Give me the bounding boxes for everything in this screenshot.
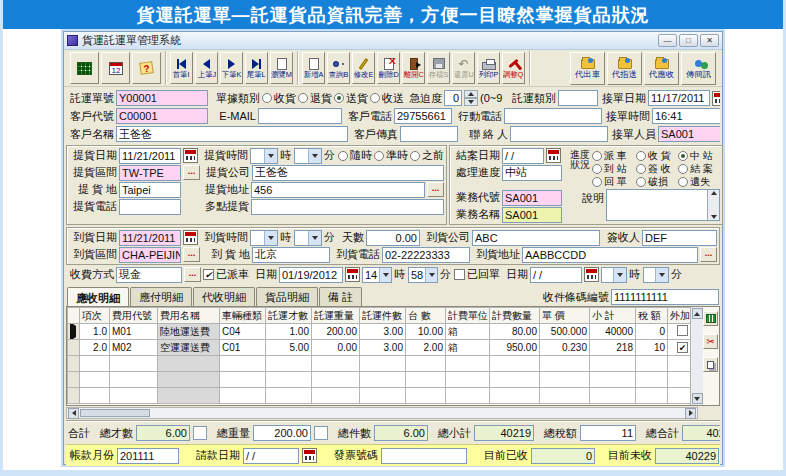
status-returned[interactable]: 回 單 bbox=[592, 175, 636, 189]
pickup-address-field[interactable]: 456 bbox=[251, 182, 425, 198]
delivery-date-calendar-icon[interactable] bbox=[183, 230, 198, 245]
delivery-minute-select[interactable] bbox=[294, 230, 322, 246]
agent-receivable-button[interactable]: 代應收 bbox=[644, 52, 679, 85]
returned-checkbox[interactable]: 已回單 bbox=[454, 267, 500, 282]
charge-method-lookup-button[interactable]: ... bbox=[184, 267, 201, 282]
status-damaged[interactable]: 破損 bbox=[636, 175, 678, 189]
mobile-field[interactable] bbox=[504, 108, 602, 124]
delivery-zone-lookup-button[interactable]: ... bbox=[183, 247, 200, 262]
delivery-company-field[interactable]: ABC bbox=[472, 230, 600, 246]
last-record-button[interactable]: 尾筆L bbox=[245, 52, 268, 84]
billing-month-field[interactable]: 201111 bbox=[117, 448, 179, 464]
next-record-button[interactable]: 下筆K bbox=[220, 52, 243, 84]
send-sms-button[interactable]: 傳簡訊 bbox=[681, 52, 716, 85]
doc-type-option-both[interactable]: 收送 bbox=[370, 91, 404, 106]
receive-time-field[interactable]: 16:41 bbox=[652, 108, 720, 124]
request-date-field[interactable]: / / bbox=[243, 448, 299, 464]
delivery-zone-field[interactable]: CHA-PEIJIN bbox=[119, 247, 181, 263]
status-pickup[interactable]: 收 貨 bbox=[636, 149, 678, 163]
receive-date-calendar-icon[interactable] bbox=[712, 91, 720, 106]
tab-remark[interactable]: 備 註 bbox=[319, 287, 362, 306]
returned-date-field[interactable]: / / bbox=[530, 267, 582, 283]
cust-code-field[interactable]: C00001 bbox=[116, 108, 208, 124]
delivery-phone-field[interactable]: 02-22223333 bbox=[382, 247, 470, 263]
close-date-field[interactable]: / / bbox=[502, 148, 544, 164]
status-midstation[interactable]: 中 站 bbox=[678, 149, 720, 163]
receive-date-field[interactable]: 11/17/2011 bbox=[648, 90, 710, 106]
delivery-place-field[interactable]: 北京 bbox=[252, 247, 330, 263]
stage-field[interactable]: 中站 bbox=[502, 165, 562, 181]
table-row[interactable]: 1.0M01 陸地運送費C04 1.00200.00 3.0010.00 箱80… bbox=[68, 324, 698, 340]
invoice-field[interactable] bbox=[381, 448, 467, 464]
scroll-thumb[interactable] bbox=[80, 409, 150, 417]
grid-calc-button[interactable] bbox=[703, 311, 718, 326]
urgency-spinner[interactable] bbox=[464, 90, 478, 106]
days-field[interactable]: 0.00 bbox=[366, 230, 420, 246]
pickup-date-calendar-icon[interactable] bbox=[183, 148, 198, 163]
pickup-zone-field[interactable]: TW-TPE bbox=[119, 165, 181, 181]
close-button[interactable]: ✕ bbox=[700, 34, 719, 47]
status-arrive[interactable]: 到 站 bbox=[592, 162, 636, 176]
pickup-hour-select[interactable] bbox=[250, 148, 278, 164]
scroll-right-icon[interactable] bbox=[685, 408, 696, 419]
returned-date-calendar-icon[interactable] bbox=[584, 267, 599, 282]
close-date-calendar-icon[interactable] bbox=[546, 148, 561, 163]
query-button[interactable]: 查詢B bbox=[327, 52, 350, 84]
ship-type-field[interactable] bbox=[558, 90, 598, 106]
adjust-button[interactable]: 調整Q bbox=[502, 52, 525, 84]
delivery-address-field[interactable]: AABBCCDD bbox=[522, 247, 698, 263]
cai-unit-box[interactable] bbox=[193, 426, 207, 440]
extra-tax-checkbox[interactable] bbox=[677, 325, 688, 336]
add-button[interactable]: 新增A bbox=[302, 52, 325, 84]
note-textarea[interactable] bbox=[606, 189, 720, 221]
exit-button[interactable]: 離開C bbox=[402, 52, 425, 84]
delivery-address-lookup-button[interactable]: ... bbox=[700, 247, 717, 262]
table-row[interactable]: 2.0M02 空運運送費C01 5.000.00 3.002.00 箱950.0… bbox=[68, 340, 698, 356]
first-record-button[interactable]: 首筆I bbox=[170, 52, 193, 84]
modify-button[interactable]: 修改E bbox=[352, 52, 375, 84]
pickup-multi-field[interactable] bbox=[251, 199, 444, 215]
doc-type-option-pickup[interactable]: 收貨 bbox=[262, 91, 296, 106]
maximize-button[interactable]: □ bbox=[679, 34, 698, 47]
delivery-date-field[interactable]: 11/21/2011 bbox=[119, 230, 181, 246]
table-row-empty[interactable] bbox=[68, 388, 698, 404]
pickup-timing-before[interactable]: 之前 bbox=[410, 148, 444, 163]
weight-unit-box[interactable] bbox=[314, 426, 328, 440]
request-date-calendar-icon[interactable] bbox=[302, 448, 317, 463]
cut-row-button[interactable]: ✂ bbox=[703, 334, 718, 349]
status-dispatch[interactable]: 派 車 bbox=[592, 149, 636, 163]
table-row-empty[interactable] bbox=[68, 372, 698, 388]
receiver-field[interactable]: SA001 bbox=[658, 126, 720, 142]
email-field[interactable] bbox=[258, 108, 342, 124]
doc-type-option-return[interactable]: 退貨 bbox=[298, 91, 332, 106]
signer-field[interactable]: DEF bbox=[642, 230, 717, 246]
scroll-left-icon[interactable] bbox=[68, 408, 79, 419]
barcode-field[interactable]: 1111111111 bbox=[611, 289, 719, 305]
pickup-company-field[interactable]: 王爸爸 bbox=[252, 165, 444, 181]
status-lost[interactable]: 遺失 bbox=[678, 175, 720, 189]
calculator-button[interactable] bbox=[70, 52, 99, 84]
pickup-date-field[interactable]: 11/21/2011 bbox=[119, 148, 181, 164]
charge-method-field[interactable]: 現金 bbox=[116, 267, 182, 283]
pickup-minute-select[interactable] bbox=[294, 148, 322, 164]
browse-button[interactable]: 瀏覽M bbox=[270, 52, 293, 84]
doc-type-option-deliver[interactable]: 送貨 bbox=[334, 91, 368, 106]
cust-name-field[interactable]: 王爸爸 bbox=[116, 126, 348, 142]
status-signed[interactable]: 簽 收 bbox=[636, 162, 678, 176]
pickup-timing-ontime[interactable]: 準時 bbox=[374, 148, 408, 163]
sales-code-field[interactable]: SA001 bbox=[502, 190, 562, 206]
table-horizontal-scrollbar[interactable] bbox=[66, 407, 698, 419]
tab-goods-detail[interactable]: 貨品明細 bbox=[256, 287, 318, 306]
dispatched-date-calendar-icon[interactable] bbox=[345, 267, 360, 282]
sales-name-field[interactable]: SA001 bbox=[502, 207, 562, 223]
agent-dispatch-button[interactable]: 代出車 bbox=[570, 52, 605, 85]
delete-button[interactable]: ✕刪除D bbox=[377, 52, 400, 84]
tab-receivable-detail[interactable]: 應收明細 bbox=[67, 287, 129, 307]
prev-record-button[interactable]: 上筆J bbox=[195, 52, 218, 84]
dispatched-hour-select[interactable]: 14 bbox=[362, 267, 392, 283]
pickup-timing-anytime[interactable]: 隨時 bbox=[338, 148, 372, 163]
agent-assign-button[interactable]: 代指送 bbox=[607, 52, 642, 85]
dispatched-date-field[interactable]: 01/19/2012 bbox=[279, 267, 343, 283]
tab-payable-detail[interactable]: 應付明細 bbox=[130, 287, 192, 306]
pickup-place-field[interactable]: Taipei bbox=[119, 182, 181, 198]
